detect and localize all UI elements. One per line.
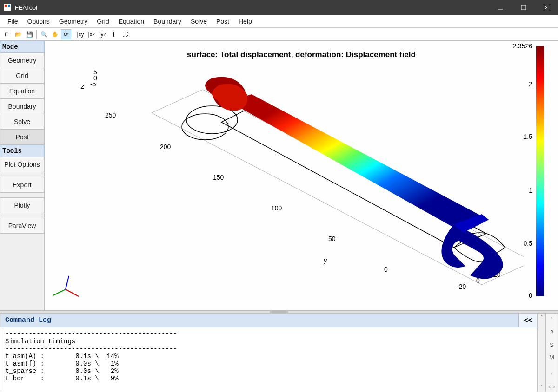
colorbar-tick: 2 xyxy=(529,80,532,88)
new-file-button[interactable]: 🗋 xyxy=(2,29,12,39)
menu-help[interactable]: Help xyxy=(234,16,257,27)
mode-header: Mode xyxy=(0,41,44,53)
minimize-button[interactable] xyxy=(493,0,508,15)
collapse-log-button[interactable]: << xyxy=(518,314,537,327)
maximize-button[interactable] xyxy=(516,0,531,15)
toolbar: 🗋📂💾🔍✋⟳|xy|xz|yz⌊⛶ xyxy=(0,28,558,41)
wrench-3d-plot xyxy=(128,62,524,310)
mode-equation-button[interactable]: Equation xyxy=(0,83,44,99)
z-tick: -5 xyxy=(90,80,96,88)
menu-grid[interactable]: Grid xyxy=(92,16,113,27)
yz-view-button[interactable]: |yz xyxy=(98,29,108,39)
menu-post[interactable]: Post xyxy=(212,16,234,27)
menu-boundary[interactable]: Boundary xyxy=(149,16,186,27)
xy-view-button[interactable]: |xy xyxy=(75,29,86,39)
svg-marker-4 xyxy=(152,90,524,285)
app-logo-icon xyxy=(4,4,11,11)
mini-down-icon[interactable]: ˅ xyxy=(550,372,553,379)
tools-header: Tools xyxy=(0,145,44,157)
command-log-title: Command Log xyxy=(0,314,518,327)
scroll-down-icon[interactable]: ˅ xyxy=(540,384,543,391)
colorbar-tick: 0.5 xyxy=(524,240,532,247)
mini-up-icon[interactable]: ˄ xyxy=(550,316,553,323)
svg-line-13 xyxy=(66,276,69,289)
mode-geometry-button[interactable]: Geometry xyxy=(0,52,44,68)
rotate-button[interactable]: ⟳ xyxy=(61,29,71,39)
mini-item[interactable]: S xyxy=(550,341,554,348)
save-file-button[interactable]: 💾 xyxy=(24,29,34,39)
tool-plotly-button[interactable]: Plotly xyxy=(0,197,44,213)
close-button[interactable] xyxy=(539,0,554,15)
mode-boundary-button[interactable]: Boundary xyxy=(0,98,44,114)
z-axis-label: z xyxy=(81,83,84,90)
side-panel: Mode GeometryGridEquationBoundarySolvePo… xyxy=(0,41,45,310)
mini-item[interactable]: M xyxy=(549,354,554,361)
colorbar xyxy=(536,46,544,296)
mode-post-button[interactable]: Post xyxy=(0,129,44,145)
colorbar-tick: 1 xyxy=(529,187,532,194)
mode-grid-button[interactable]: Grid xyxy=(0,68,44,84)
menu-options[interactable]: Options xyxy=(23,16,54,27)
menu-solve[interactable]: Solve xyxy=(186,16,212,27)
menu-bar: FileOptionsGeometryGridEquationBoundaryS… xyxy=(0,15,558,28)
pan-button[interactable]: ✋ xyxy=(50,29,60,39)
fit-view-button[interactable]: ⛶ xyxy=(120,29,130,39)
svg-line-11 xyxy=(66,289,79,296)
svg-marker-7 xyxy=(228,94,489,233)
menu-file[interactable]: File xyxy=(3,16,23,27)
colorbar-tick: 1.5 xyxy=(524,133,532,140)
open-file-button[interactable]: 📂 xyxy=(13,29,23,39)
mini-item[interactable]: 2 xyxy=(550,329,553,336)
command-log-body[interactable]: ----------------------------------------… xyxy=(0,327,537,392)
mode-solve-button[interactable]: Solve xyxy=(0,114,44,130)
title-bar: FEATool xyxy=(0,0,558,15)
3d-view-button[interactable]: ⌊ xyxy=(109,29,119,39)
menu-equation[interactable]: Equation xyxy=(114,16,149,27)
tool-plot-options-button[interactable]: Plot Options xyxy=(0,157,44,172)
svg-rect-1 xyxy=(521,5,526,10)
y-tick: 250 xyxy=(105,111,116,119)
command-log-panel: Command Log << -------------------------… xyxy=(0,313,538,392)
colorbar-tick: 0 xyxy=(529,292,532,299)
plot-viewport[interactable]: surface: Total displacement, deformation… xyxy=(45,41,558,310)
mini-side-panel: ˄ 2 S M ˅ < > xyxy=(546,313,558,392)
tool-paraview-button[interactable]: ParaView xyxy=(0,218,44,234)
menu-geometry[interactable]: Geometry xyxy=(54,16,92,27)
tool-export-button[interactable]: Export xyxy=(0,177,44,193)
xz-view-button[interactable]: |xz xyxy=(86,29,97,39)
zoom-button[interactable]: 🔍 xyxy=(39,29,49,39)
orientation-triad-icon xyxy=(49,273,82,301)
log-scrollbar[interactable]: ˄ ˅ xyxy=(538,313,546,392)
plot-title: surface: Total displacement, deformation… xyxy=(187,50,416,59)
svg-point-6 xyxy=(182,114,228,140)
window-title: FEATool xyxy=(15,4,493,11)
scroll-up-icon[interactable]: ˄ xyxy=(540,314,543,321)
svg-line-12 xyxy=(53,289,66,295)
mini-left-icon[interactable]: < > xyxy=(548,385,555,390)
colorbar-tick: 2.3526 xyxy=(512,42,532,50)
